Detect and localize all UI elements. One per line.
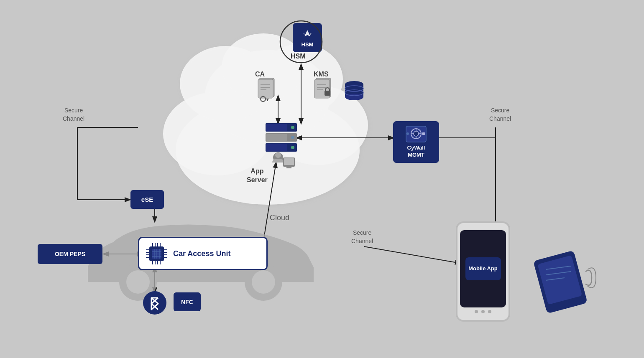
cloud-shape: [142, 13, 393, 221]
cywall-icon: [405, 125, 427, 143]
svg-rect-48: [266, 124, 287, 131]
svg-point-84: [143, 291, 166, 315]
mobile-app-label: Mobile App: [468, 265, 498, 272]
oem-peps-box: OEM PEPS: [38, 244, 102, 264]
svg-point-26: [252, 270, 275, 294]
app-server-icon: [266, 123, 299, 169]
svg-point-93: [406, 132, 409, 135]
secure-channel-right: Secure Channel: [489, 107, 511, 123]
nfc-box: NFC: [174, 292, 201, 311]
cywall-label: CyWallMGMT: [407, 145, 425, 159]
svg-point-53: [291, 146, 294, 149]
ca-icon: [257, 77, 278, 104]
app-server-label: App Server: [247, 167, 268, 185]
svg-point-56: [275, 152, 281, 158]
svg-rect-59: [286, 167, 291, 168]
svg-point-50: [291, 136, 294, 139]
svg-rect-92: [422, 132, 425, 135]
svg-point-99: [280, 21, 322, 63]
secure-channel-left: Secure Channel: [63, 107, 84, 123]
cywall-box: CyWallMGMT: [393, 121, 439, 163]
svg-rect-58: [284, 158, 294, 165]
kms-icon: [314, 77, 337, 104]
hsm-ring: [278, 19, 324, 65]
ese-box: eSE: [130, 190, 164, 209]
bluetooth-icon: [142, 290, 167, 315]
mobile-phone: Mobile App: [456, 221, 510, 322]
svg-line-20: [364, 246, 460, 263]
chip-icon: [145, 242, 168, 265]
svg-rect-54: [266, 144, 287, 151]
car-access-unit-label: Car Access Unit: [173, 249, 230, 258]
secure-channel-bottom: Secure Channel: [351, 229, 373, 245]
database-icon: [343, 79, 366, 104]
car-access-unit-box: Car Access Unit: [138, 237, 268, 270]
svg-rect-40: [325, 91, 330, 96]
wearable-device: [531, 246, 598, 330]
svg-rect-28: [258, 79, 273, 98]
mobile-app-button: Mobile App: [465, 257, 501, 280]
cloud-label: Cloud: [270, 213, 289, 223]
svg-rect-51: [266, 134, 287, 141]
svg-point-47: [291, 126, 294, 129]
svg-point-87: [414, 131, 419, 136]
